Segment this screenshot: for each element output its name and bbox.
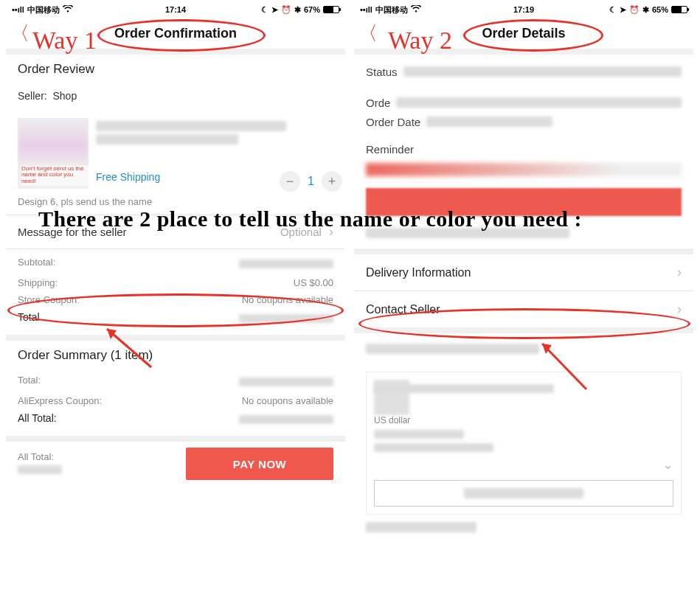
message-label: Message for the seller [18, 226, 127, 238]
battery-percent: 65% [652, 5, 668, 14]
chevron-right-icon: › [677, 302, 682, 317]
clock: 17:19 [513, 5, 534, 14]
delivery-information-row[interactable]: Delivery Information › [354, 254, 693, 291]
status-bar: ••ıll 中国移动 17:14 ☾ ➤ ⏰ ✱ 67% [6, 1, 345, 18]
order-review-section: Order Review Seller: Shop [6, 55, 345, 111]
order-summary-section: Order Summary (1 item) [6, 341, 345, 372]
shipping-label: Shipping: [18, 277, 58, 288]
order-review-heading: Order Review [18, 62, 333, 77]
chevron-right-icon: › [677, 265, 682, 280]
wifi-icon [63, 5, 73, 14]
product-thumbnail[interactable]: Don't forget send us the name and color … [18, 118, 89, 189]
phone-way1: ••ıll 中国移动 17:14 ☾ ➤ ⏰ ✱ 67% 〈 Order Con… [6, 1, 345, 486]
page-title: Order Details [482, 26, 565, 41]
store-coupon-label: Store Coupon: [18, 294, 80, 305]
dnd-icon: ☾ [609, 5, 617, 15]
signal-icon: ••ıll [360, 5, 372, 14]
reminder-label: Reminder [366, 143, 414, 156]
order-summary-heading: Order Summary (1 item) [18, 348, 333, 363]
status-bar: ••ıll 中国移动 17:19 ☾ ➤ ⏰ ✱ 65% [354, 1, 693, 18]
shipping-value: US $0.00 [294, 277, 333, 288]
bar-all-total-label: All Total: [18, 451, 177, 462]
redacted-text [374, 443, 493, 452]
summary-all-total-label: All Total: [18, 412, 57, 427]
battery-percent: 67% [304, 5, 320, 14]
total-label: Total [18, 311, 40, 326]
redacted-text [239, 378, 333, 386]
store-coupon-value[interactable]: No coupons available [242, 294, 333, 305]
order-meta-section: Status Orde Order Date Reminder [354, 55, 693, 163]
location-icon: ➤ [271, 5, 278, 15]
battery-icon [671, 6, 687, 13]
redacted-red-bar [366, 188, 682, 216]
redacted-text [239, 415, 333, 424]
seller-name: Shop [52, 90, 77, 102]
subtotal-label: Subtotal: [18, 257, 55, 271]
contact-seller-label: Contact Seller [366, 303, 440, 316]
redacted-text [426, 117, 552, 127]
chevron-right-icon: › [329, 224, 333, 239]
status-label: Status [366, 66, 398, 78]
redacted-text [366, 522, 477, 532]
summary-ali-coupon-label: AliExpress Coupon: [18, 395, 102, 406]
redacted-text [464, 488, 583, 498]
bluetooth-icon: ✱ [294, 5, 301, 15]
redacted-text [239, 260, 333, 268]
order-id-label: Orde [366, 97, 390, 109]
battery-icon [323, 6, 339, 13]
alarm-icon: ⏰ [629, 5, 640, 15]
redacted-text [374, 430, 464, 439]
contact-seller-row[interactable]: Contact Seller › [354, 291, 693, 327]
dnd-icon: ☾ [261, 5, 268, 15]
message-for-seller-row[interactable]: Message for the seller Optional › [6, 215, 345, 248]
product-row: Don't forget send us the name and color … [6, 111, 345, 192]
redacted-text [403, 66, 682, 77]
annotation-way2: Way 2 [388, 27, 452, 55]
seller-label: Seller: [18, 90, 47, 102]
page-title: Order Confirmation [114, 26, 237, 41]
redacted-text [96, 134, 238, 145]
annotation-way1: Way 1 [32, 27, 97, 55]
redacted-text [96, 121, 286, 131]
variant-note: Design 6, pls send us the name [6, 192, 345, 215]
product-card: US dollar ⌄ [366, 372, 682, 515]
back-chevron-icon[interactable]: 〈 [354, 21, 378, 46]
pay-now-button[interactable]: PAY NOW [186, 448, 333, 480]
carrier-label: 中国移动 [27, 4, 60, 15]
redacted-text [239, 314, 333, 323]
bluetooth-icon: ✱ [642, 5, 649, 15]
redacted-text [18, 465, 62, 474]
message-hint: Optional [280, 226, 322, 238]
redacted-text [366, 344, 539, 354]
signal-icon: ••ıll [12, 5, 24, 14]
summary-ali-coupon-value[interactable]: No coupons available [242, 395, 333, 406]
clock: 17:14 [165, 5, 186, 14]
redacted-text [396, 97, 682, 108]
free-shipping-label: Free Shipping [96, 171, 333, 183]
currency-label: US dollar [374, 415, 673, 425]
back-chevron-icon[interactable]: 〈 [6, 21, 30, 46]
phone-way2: ••ıll 中国移动 17:19 ☾ ➤ ⏰ ✱ 65% 〈 Order Det… [354, 1, 693, 543]
delivery-label: Delivery Information [366, 266, 471, 279]
alarm-icon: ⏰ [281, 5, 291, 15]
summary-total-label: Total: [18, 375, 41, 389]
redacted-gradient [366, 163, 682, 176]
redacted-text [374, 384, 554, 393]
order-date-label: Order Date [366, 116, 420, 128]
chevron-down-icon[interactable]: ⌄ [662, 456, 673, 473]
location-icon: ➤ [620, 5, 626, 15]
redacted-text [366, 228, 569, 238]
pay-bar: All Total: PAY NOW [6, 442, 345, 486]
carrier-label: 中国移动 [375, 4, 408, 15]
outline-button[interactable] [374, 480, 673, 507]
wifi-icon [411, 5, 421, 14]
